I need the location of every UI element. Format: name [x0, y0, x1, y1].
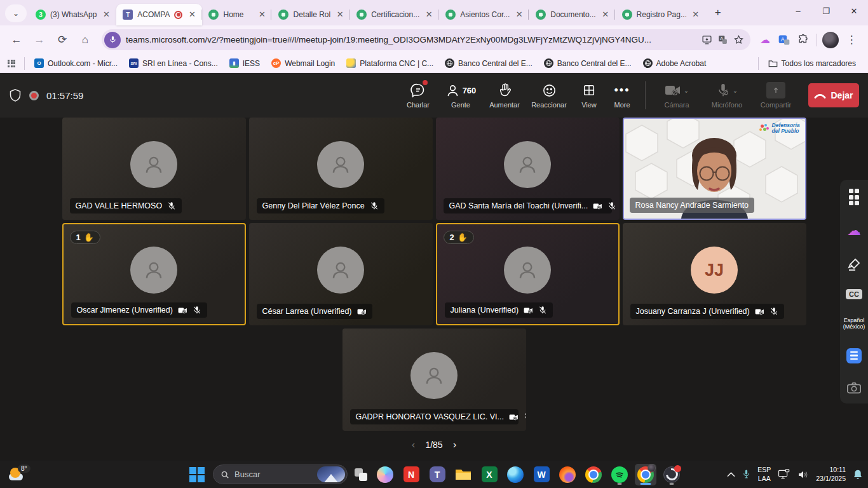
restore-button[interactable]: ❐ — [812, 0, 840, 22]
clock[interactable]: 10:1123/1/2025 — [816, 466, 846, 483]
bookmark-star-icon[interactable] — [733, 34, 744, 45]
url-bar[interactable]: teams.microsoft.com/v2/?meetingjoin=true… — [102, 29, 750, 50]
close-icon[interactable]: ✕ — [424, 10, 434, 20]
taskbar-search[interactable]: Buscar — [213, 464, 348, 484]
participant-tile-josuany-carranza[interactable]: JJ Josuany Carranza J (Unverified) — [623, 223, 806, 325]
chat-button[interactable]: Charlar — [400, 82, 437, 109]
tab-whatsapp[interactable]: 3 (3) WhatsApp ✕ — [29, 4, 116, 25]
network-icon[interactable] — [778, 469, 790, 480]
close-icon[interactable]: ✕ — [335, 10, 345, 20]
profile-avatar[interactable] — [822, 32, 839, 48]
participant-tile-oscar-jimenez[interactable]: 1✋ Oscar Jimenez (Unverified) — [62, 223, 246, 325]
minimize-button[interactable]: – — [784, 0, 812, 22]
bookmark-sri[interactable]: SRI SRI en Línea - Cons... — [125, 57, 222, 70]
tab-registro-pag[interactable]: Registro Pag... ✕ — [616, 4, 706, 25]
captions-icon[interactable]: CC — [846, 289, 862, 299]
back-button[interactable]: ← — [6, 30, 27, 50]
apps-grid-icon[interactable] — [8, 60, 15, 67]
highlighter-icon[interactable] — [846, 257, 862, 272]
tray-chevron-up-icon[interactable] — [727, 471, 735, 477]
close-icon[interactable]: ✕ — [257, 10, 267, 20]
all-bookmarks[interactable]: Todos los marcadores — [764, 57, 860, 70]
chrome-menu-icon[interactable]: ⋮ — [841, 30, 862, 50]
install-app-icon[interactable] — [702, 34, 712, 45]
people-button[interactable]: 760 Gente — [440, 82, 481, 109]
home-button[interactable]: ⌂ — [75, 30, 95, 50]
close-icon[interactable]: ✕ — [691, 10, 701, 20]
microphone-button[interactable]: ⌄ Micrófono — [703, 82, 751, 109]
participant-tile-rosa-andrade-video[interactable]: Defensoríadel Pueblo Rosa Nancy Andrade … — [623, 118, 806, 220]
participant-tile-juliana[interactable]: 2✋ Juliana (Unverified) — [436, 223, 620, 325]
taskbar-teams[interactable]: T — [426, 464, 448, 485]
tab-search-chevron-icon[interactable]: ⌄ — [5, 4, 27, 22]
new-tab-button[interactable]: + — [710, 4, 726, 21]
task-view-button[interactable] — [355, 468, 367, 481]
keyboard-layout[interactable]: ESPLAA — [757, 466, 771, 482]
taskbar-word[interactable]: W — [531, 464, 552, 485]
notification-bell-icon[interactable] — [853, 469, 863, 480]
raise-hand-button[interactable]: Aumentar — [485, 82, 524, 109]
screenshot-camera-icon[interactable] — [846, 381, 862, 395]
close-icon[interactable]: ✕ — [101, 10, 111, 20]
bookmark-cnc[interactable]: Plataforma CNC | C... — [342, 57, 438, 70]
bookmark-iess[interactable]: ▮ IESS — [225, 57, 264, 70]
tab-home[interactable]: Home ✕ — [202, 4, 272, 25]
translate-extension-icon[interactable]: A — [776, 32, 792, 48]
tray-microphone-icon[interactable] — [742, 469, 750, 480]
next-page-icon[interactable]: › — [453, 438, 457, 451]
participant-tile-gad-valle-hermoso[interactable]: GAD VALLE HERMOSO — [62, 118, 246, 220]
window-close-button[interactable]: ✕ — [840, 0, 868, 22]
taskbar-edge[interactable] — [505, 464, 526, 485]
view-button[interactable]: View — [574, 82, 604, 109]
weather-widget[interactable]: 8° — [6, 468, 37, 480]
caption-language-label[interactable]: Español(México) — [843, 317, 865, 331]
bookmark-outlook[interactable]: O Outlook.com - Micr... — [30, 57, 122, 70]
camera-chevron-icon[interactable]: ⌄ — [684, 87, 689, 94]
extensions-puzzle-icon[interactable] — [795, 32, 811, 48]
taskbar-chrome[interactable] — [583, 464, 604, 485]
tab-certificacion[interactable]: Certificacion... ✕ — [350, 4, 439, 25]
camera-off-icon — [509, 413, 519, 421]
rail-apps-grid-icon[interactable] — [849, 189, 860, 205]
tab-detalle-rol[interactable]: Detalle Rol ✕ — [272, 4, 350, 25]
rail-weather-cloud-icon[interactable]: ☁ — [847, 222, 861, 239]
mic-in-use-icon[interactable] — [104, 32, 121, 48]
start-button[interactable] — [186, 463, 208, 486]
taskbar-excel[interactable]: X — [478, 464, 500, 485]
taskbar-obs[interactable] — [661, 464, 682, 485]
close-icon[interactable]: ✕ — [514, 10, 524, 20]
tab-teams-meeting[interactable]: T ACOMPA ✕ — [116, 4, 202, 25]
microphone-chevron-icon[interactable]: ⌄ — [733, 87, 738, 94]
taskbar-firefox[interactable] — [557, 464, 578, 485]
more-button[interactable]: ••• More — [608, 82, 636, 109]
participant-tile-gad-santa-maria[interactable]: GAD Santa María del Toachi (Unverifi... — [436, 118, 620, 220]
volume-icon[interactable] — [797, 470, 809, 480]
taskbar-chrome-active-profile[interactable] — [635, 464, 656, 485]
taskbar-copilot[interactable] — [374, 464, 396, 485]
leave-button[interactable]: Dejar — [808, 83, 859, 107]
bookmark-banco-central-1[interactable]: Banco Central del E... — [440, 57, 537, 70]
camera-button[interactable]: ⌄ Cámara — [654, 82, 699, 109]
tab-documento[interactable]: Documento... ✕ — [529, 4, 615, 25]
participant-tile-genny-velez[interactable]: Genny Del Pilar Vélez Ponce — [249, 118, 433, 220]
close-icon[interactable]: ✕ — [600, 10, 611, 20]
close-icon[interactable]: ✕ — [187, 10, 197, 20]
share-button[interactable]: Compartir — [755, 82, 797, 109]
previous-page-icon[interactable]: ‹ — [412, 438, 416, 451]
bookmark-webmail[interactable]: cP Webmail Login — [267, 57, 339, 70]
taskbar-pdf[interactable]: N — [400, 464, 422, 485]
react-button[interactable]: Reaccionar — [528, 82, 570, 109]
taskbar-spotify[interactable] — [609, 464, 630, 485]
bookmark-banco-central-2[interactable]: Banco Central del E... — [539, 57, 636, 70]
forward-button[interactable]: → — [29, 30, 50, 50]
taskbar-file-explorer[interactable] — [452, 464, 474, 485]
windows-taskbar: 8° Buscar N T X — [0, 461, 868, 488]
participant-tile-gadpr-honorato[interactable]: GADPR HONORATO VASQUEZ LIC. VI... — [342, 329, 526, 431]
docs-extension-icon[interactable] — [846, 348, 862, 363]
translate-page-icon[interactable]: A — [717, 34, 728, 45]
weather-extension-icon[interactable]: ☁ — [757, 32, 773, 48]
tab-asientos[interactable]: Asientos Cor... ✕ — [439, 4, 529, 25]
participant-tile-cesar-larrea[interactable]: César Larrea (Unverified) — [249, 223, 433, 325]
reload-button[interactable]: ⟳ — [52, 30, 72, 50]
bookmark-adobe[interactable]: Adobe Acrobat — [639, 57, 711, 70]
